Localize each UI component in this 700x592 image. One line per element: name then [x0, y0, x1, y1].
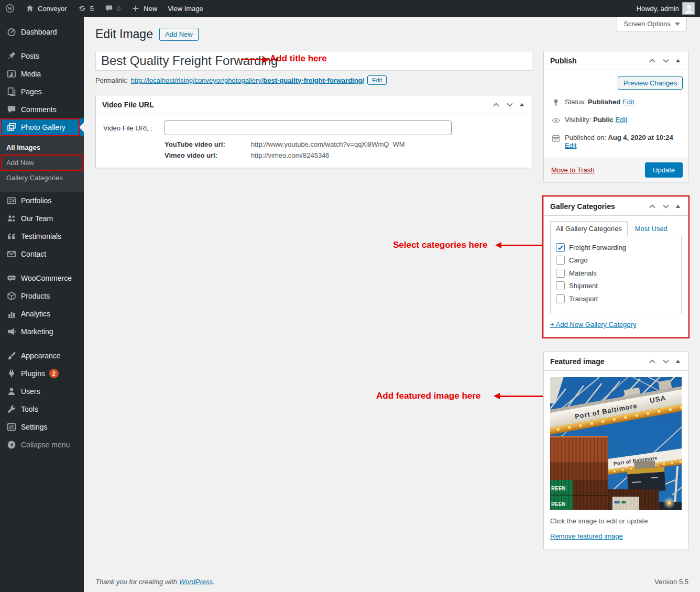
- dashboard-icon: [6, 27, 17, 37]
- view-image-link[interactable]: View Image: [162, 0, 209, 17]
- new-content-menu[interactable]: New: [126, 0, 162, 17]
- sidebar-item-label: Our Team: [21, 214, 53, 223]
- submenu-item-gallery-categories[interactable]: Gallery Categories: [0, 170, 84, 185]
- move-up-icon[interactable]: [647, 56, 658, 66]
- account-menu[interactable]: Howdy, admin: [631, 0, 700, 17]
- sidebar-item-photo-gallery[interactable]: Photo Gallery: [0, 118, 84, 136]
- move-up-icon[interactable]: [491, 100, 501, 110]
- published-on-value: Aug 4, 2020 at 10:24: [608, 134, 673, 141]
- sidebar-item-our-team[interactable]: Our Team: [0, 210, 84, 227]
- metabox-title: Gallery Categories: [550, 202, 615, 211]
- add-new-gallery-category-link[interactable]: + Add New Gallery Category: [550, 321, 636, 328]
- check-icon: [557, 244, 564, 251]
- annotation-select-categories: Select categories here: [393, 240, 487, 250]
- toggle-panel-icon[interactable]: [518, 101, 526, 108]
- site-name-link[interactable]: Conveyor: [20, 0, 72, 17]
- sidebar-item-label: Dashboard: [21, 28, 57, 36]
- plugins-update-badge: 2: [49, 369, 59, 378]
- media-icon: [6, 69, 17, 79]
- add-new-button[interactable]: Add New: [159, 28, 199, 41]
- portfolio-icon: [6, 195, 17, 206]
- toggle-panel-icon[interactable]: [674, 203, 682, 210]
- remove-featured-image-link[interactable]: Remove featured image: [550, 532, 623, 540]
- submenu-label: Add New: [6, 159, 34, 167]
- sidebar-item-portfolios[interactable]: Portfolios: [0, 192, 84, 210]
- sidebar-item-users[interactable]: Users: [0, 382, 84, 400]
- vimeo-example-value: http://vimeo.com/8245346: [251, 151, 330, 159]
- visibility-label: Visibility:: [565, 116, 591, 124]
- submenu-item-all-images[interactable]: All Images: [0, 140, 84, 155]
- sidebar-item-settings[interactable]: Settings: [0, 418, 84, 436]
- site-name: Conveyor: [38, 5, 67, 13]
- updates-count: 5: [90, 5, 94, 13]
- category-checkbox[interactable]: [556, 281, 565, 290]
- edit-permalink-button[interactable]: Edit: [367, 75, 387, 85]
- move-to-trash-link[interactable]: Move to Trash: [551, 166, 594, 174]
- category-checkbox[interactable]: [556, 294, 565, 303]
- sidebar-item-media[interactable]: Media: [0, 65, 84, 83]
- sidebar-item-pages[interactable]: Pages: [0, 83, 84, 101]
- tab-most-used[interactable]: Most Used: [628, 222, 675, 236]
- sidebar-item-analytics[interactable]: Analytics: [0, 305, 84, 323]
- envelope-icon: [6, 249, 17, 259]
- edit-visibility-link[interactable]: Edit: [616, 116, 627, 124]
- footer-period: .: [213, 578, 215, 586]
- category-checkbox[interactable]: [556, 269, 565, 278]
- video-url-label: Video File URL :: [103, 124, 165, 132]
- permalink-slug: best-quality-freight-forwarding/: [263, 76, 364, 84]
- screen-options-label: Screen Options: [624, 20, 671, 28]
- sidebar-item-dashboard[interactable]: Dashboard: [0, 23, 84, 41]
- featured-image-thumbnail[interactable]: Port of Baltimore USA Port of Baltimo: [550, 377, 682, 510]
- sidebar-item-label: Photo Gallery: [21, 123, 65, 131]
- update-button[interactable]: Update: [645, 162, 683, 178]
- sidebar-item-contact[interactable]: Contact: [0, 245, 84, 263]
- sidebar-item-woocommerce[interactable]: WooCommerce: [0, 269, 84, 287]
- video-url-input[interactable]: [165, 120, 452, 135]
- move-up-icon[interactable]: [647, 356, 658, 367]
- edit-date-link[interactable]: Edit: [565, 141, 576, 149]
- sidebar-item-posts[interactable]: Posts: [0, 47, 84, 65]
- sidebar-item-label: Users: [21, 387, 40, 396]
- footer-thanks-text: Thank you for creating with: [95, 578, 177, 586]
- move-down-icon[interactable]: [661, 201, 671, 212]
- toggle-panel-icon[interactable]: [674, 358, 682, 365]
- sidebar-item-comments[interactable]: Comments: [0, 101, 84, 118]
- sidebar-item-marketing[interactable]: Marketing: [0, 323, 84, 341]
- permalink-link[interactable]: http://localhost/rising/conveyor/photoga…: [130, 76, 364, 84]
- move-down-icon[interactable]: [661, 356, 671, 367]
- updates-link[interactable]: 5: [72, 0, 99, 17]
- current-menu-notch: [79, 123, 84, 132]
- menu-separator: [0, 41, 84, 47]
- wordpress-link[interactable]: WordPress: [179, 578, 213, 586]
- footer-thanks: Thank you for creating with WordPress.: [95, 578, 215, 586]
- bar-chart-icon: [6, 309, 17, 319]
- sidebar-item-collapse-menu[interactable]: Collapse menu: [0, 436, 84, 454]
- screen-options-button[interactable]: Screen Options: [617, 17, 687, 31]
- move-up-icon[interactable]: [647, 201, 658, 212]
- toggle-panel-icon[interactable]: [674, 57, 682, 64]
- comments-link[interactable]: 0: [99, 0, 126, 17]
- tab-all-gallery-categories[interactable]: All Gallery Categories: [550, 221, 628, 236]
- annotation-arrowhead: [494, 393, 500, 399]
- wordpress-logo-menu[interactable]: [0, 0, 20, 17]
- edit-status-link[interactable]: Edit: [622, 98, 634, 106]
- sidebar-item-label: Settings: [21, 423, 48, 431]
- menu-separator: [0, 263, 84, 269]
- category-checkbox[interactable]: [556, 243, 565, 252]
- sidebar-item-tools[interactable]: Tools: [0, 400, 84, 418]
- footer-version: Version 5.5: [654, 578, 688, 586]
- preview-changes-button[interactable]: Preview Changes: [618, 76, 683, 90]
- sidebar-item-plugins[interactable]: Plugins2: [0, 365, 84, 382]
- sidebar-item-testimonials[interactable]: Testimonials: [0, 227, 84, 245]
- comments-bubble-icon: [104, 4, 114, 13]
- megaphone-icon: [6, 326, 17, 337]
- sidebar-item-appearance[interactable]: Appearance: [0, 347, 84, 365]
- gallery-categories-metabox: Gallery Categories All Gallery Categorie…: [543, 196, 688, 337]
- metabox-title: Video File URL: [102, 101, 154, 109]
- move-down-icon[interactable]: [505, 100, 515, 110]
- category-checkbox[interactable]: [556, 256, 565, 265]
- submenu-item-add-new[interactable]: Add New: [0, 155, 84, 170]
- metabox-title: Featured image: [550, 357, 604, 366]
- move-down-icon[interactable]: [661, 56, 671, 66]
- sidebar-item-products[interactable]: Products: [0, 287, 84, 305]
